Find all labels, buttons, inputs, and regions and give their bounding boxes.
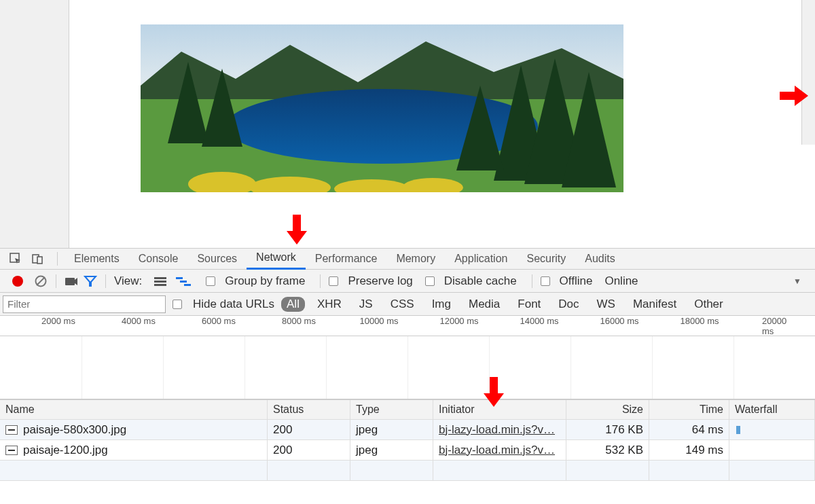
page-content <box>0 0 815 248</box>
filter-media[interactable]: Media <box>463 297 505 312</box>
group-by-frame-checkbox[interactable] <box>206 276 215 286</box>
filter-all[interactable]: All <box>281 297 305 312</box>
cell-size: 176 KB <box>566 420 649 439</box>
initiator-link[interactable]: bj-lazy-load.min.js?v… <box>439 423 555 437</box>
cell-type: jpeg <box>350 420 433 439</box>
tick-label: 14000 ms <box>520 316 558 326</box>
filter-ws[interactable]: WS <box>592 297 621 312</box>
inspect-icon[interactable] <box>7 250 24 268</box>
svg-rect-27 <box>180 281 187 283</box>
annotation-arrow-down-icon <box>287 215 307 245</box>
preserve-log-checkbox[interactable] <box>329 276 338 286</box>
svg-rect-28 <box>184 284 191 286</box>
cell-name: paisaje-1200.jpg <box>0 440 268 460</box>
filter-js[interactable]: JS <box>354 297 378 312</box>
network-toolbar: View: Group by frame Preserve log Disabl… <box>0 270 815 293</box>
tab-console[interactable]: Console <box>129 249 188 269</box>
tab-performance[interactable]: Performance <box>306 249 387 269</box>
tick-label: 4000 ms <box>122 316 156 326</box>
throttling-value[interactable]: Online <box>604 274 638 288</box>
device-toolbar-icon[interactable] <box>29 250 46 268</box>
svg-rect-23 <box>154 277 166 279</box>
disable-cache-label: Disable cache <box>444 274 517 288</box>
filter-font[interactable]: Font <box>512 297 546 312</box>
col-header-status[interactable]: Status <box>268 400 350 419</box>
cell-name: paisaje-580x300.jpg <box>0 420 268 439</box>
view-label: View: <box>114 274 142 288</box>
hide-data-urls-checkbox[interactable] <box>173 300 182 309</box>
timeline-ruler[interactable]: 2000 ms 4000 ms 6000 ms 8000 ms 10000 ms… <box>0 316 815 336</box>
offline-checkbox[interactable] <box>541 276 550 286</box>
preserve-log-label: Preserve log <box>348 274 412 288</box>
throttling-dropdown-icon[interactable]: ▼ <box>793 276 801 286</box>
filter-xhr[interactable]: XHR <box>312 297 347 312</box>
annotation-arrow-right-icon <box>780 86 808 106</box>
separator <box>57 252 58 266</box>
table-row[interactable]: paisaje-580x300.jpg 200 jpeg bj-lazy-loa… <box>0 420 815 440</box>
tab-network[interactable]: Network <box>247 248 306 270</box>
separator <box>320 274 321 288</box>
table-row-empty <box>0 461 815 481</box>
tab-audits[interactable]: Audits <box>575 249 624 269</box>
separator <box>532 274 532 288</box>
tick-label: 12000 ms <box>439 316 478 326</box>
offline-label: Offline <box>560 274 593 288</box>
request-name: paisaje-1200.jpg <box>23 444 108 457</box>
tab-application[interactable]: Application <box>445 249 517 269</box>
filter-icon[interactable] <box>84 275 97 287</box>
filter-input[interactable] <box>3 295 166 313</box>
disable-cache-checkbox[interactable] <box>425 276 435 286</box>
table-row[interactable]: paisaje-1200.jpg 200 jpeg bj-lazy-load.m… <box>0 440 815 461</box>
filter-other[interactable]: Other <box>689 297 729 312</box>
col-header-size[interactable]: Size <box>566 400 649 419</box>
cell-time: 64 ms <box>649 420 729 439</box>
tab-sources[interactable]: Sources <box>187 249 247 269</box>
right-scrollbar-track[interactable] <box>801 0 815 145</box>
group-by-frame-label: Group by frame <box>225 274 305 288</box>
waterfall-view-icon[interactable] <box>176 276 191 286</box>
large-rows-icon[interactable] <box>154 276 166 286</box>
file-thumb-icon <box>5 446 18 455</box>
annotation-arrow-down-icon <box>484 377 504 407</box>
cell-type: jpeg <box>350 440 433 460</box>
col-header-name[interactable]: Name <box>0 400 268 419</box>
tick-label: 2000 ms <box>41 316 75 326</box>
filter-css[interactable]: CSS <box>385 297 420 312</box>
svg-marker-21 <box>75 278 77 285</box>
separator <box>56 274 56 288</box>
svg-rect-26 <box>176 277 183 279</box>
cell-initiator: bj-lazy-load.min.js?v… <box>433 440 566 460</box>
svg-marker-12 <box>287 215 307 245</box>
network-overview[interactable] <box>0 336 815 399</box>
separator <box>105 274 106 288</box>
filter-img[interactable]: Img <box>427 297 456 312</box>
svg-line-19 <box>37 277 45 285</box>
tick-label: 10000 ms <box>359 316 398 326</box>
table-header-row: Name Status Type Initiator Size Time Wat… <box>0 399 815 420</box>
file-thumb-icon <box>5 425 18 435</box>
tab-elements[interactable]: Elements <box>65 249 129 269</box>
cell-initiator: bj-lazy-load.min.js?v… <box>433 420 566 439</box>
tick-label: 8000 ms <box>282 316 316 326</box>
filter-manifest[interactable]: Manifest <box>628 297 682 312</box>
col-header-waterfall[interactable]: Waterfall <box>729 400 815 419</box>
initiator-link[interactable]: bj-lazy-load.min.js?v… <box>439 444 555 457</box>
tab-memory[interactable]: Memory <box>386 249 445 269</box>
tab-security[interactable]: Security <box>517 249 575 269</box>
svg-marker-15 <box>15 258 20 264</box>
tick-label: 16000 ms <box>600 316 638 326</box>
svg-marker-13 <box>780 86 808 106</box>
col-header-type[interactable]: Type <box>350 400 433 419</box>
clear-button[interactable] <box>34 274 48 288</box>
svg-rect-14 <box>10 253 19 262</box>
svg-rect-25 <box>154 284 166 286</box>
svg-marker-22 <box>85 276 96 286</box>
record-button[interactable] <box>12 276 23 287</box>
camera-icon[interactable] <box>65 275 78 287</box>
svg-rect-24 <box>154 281 166 283</box>
tick-label: 6000 ms <box>202 316 236 326</box>
tick-label: 18000 ms <box>680 316 719 326</box>
left-gutter <box>0 0 69 248</box>
col-header-time[interactable]: Time <box>649 400 729 419</box>
filter-doc[interactable]: Doc <box>553 297 584 312</box>
